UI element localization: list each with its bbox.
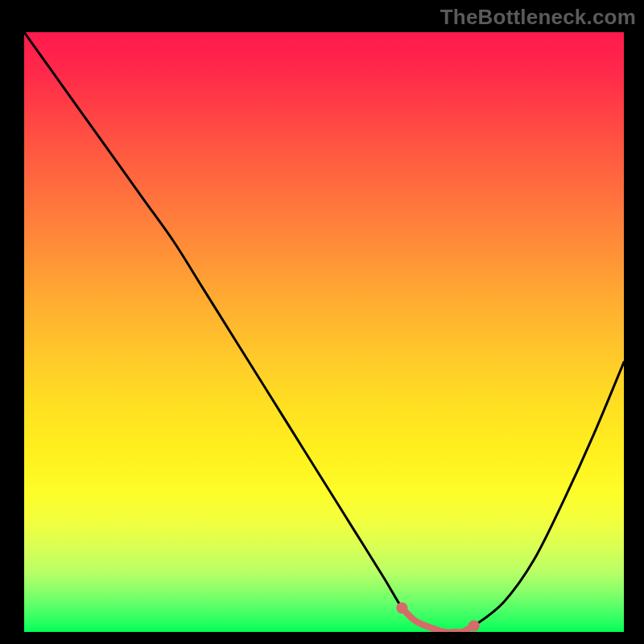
plot-area: [24, 32, 624, 632]
watermark-text: TheBottleneck.com: [440, 5, 636, 30]
highlight-segment: [402, 608, 473, 632]
bottleneck-curve: [24, 32, 624, 632]
highlight-dot: [396, 602, 407, 613]
chart-container: TheBottleneck.com: [0, 0, 644, 644]
curve-svg: [24, 32, 624, 632]
highlight-dot: [469, 621, 480, 632]
